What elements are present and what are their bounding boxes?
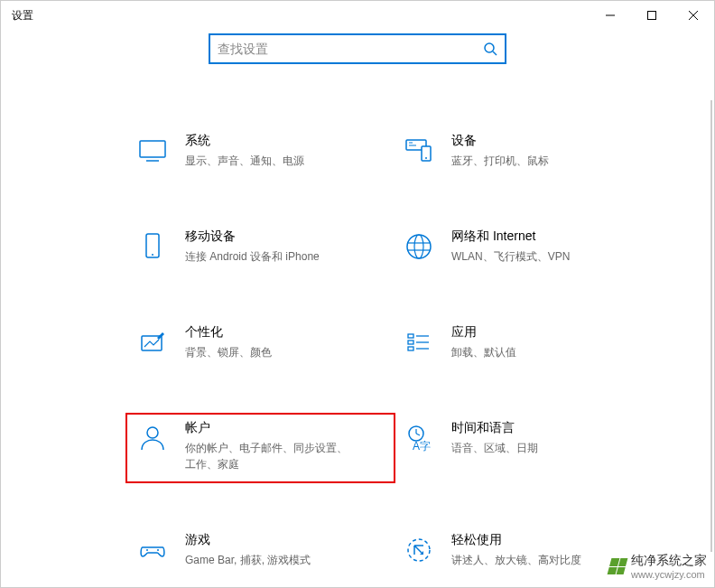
category-title: 轻松使用 <box>451 532 581 548</box>
time-language-icon: A字 <box>403 422 435 454</box>
category-title: 游戏 <box>185 532 311 548</box>
category-title: 时间和语言 <box>451 420 538 436</box>
watermark-logo-icon <box>608 558 628 574</box>
search-input[interactable] <box>218 42 483 56</box>
minimize-button[interactable] <box>590 1 631 30</box>
category-system[interactable]: 系统 显示、声音、通知、电源 <box>127 127 394 178</box>
category-title: 帐户 <box>185 420 348 436</box>
titlebar: 设置 <box>1 1 714 30</box>
window-title: 设置 <box>12 8 590 23</box>
svg-rect-22 <box>408 347 413 350</box>
watermark-text: 纯净系统之家 <box>631 553 707 569</box>
category-subtitle: 讲述人、放大镜、高对比度 <box>451 552 581 568</box>
close-button[interactable] <box>673 1 714 30</box>
svg-point-26 <box>147 427 158 438</box>
svg-point-31 <box>146 549 148 551</box>
category-subtitle: WLAN、飞行模式、VPN <box>451 248 570 265</box>
category-title: 个性化 <box>185 324 272 341</box>
category-accounts[interactable]: 帐户 你的帐户、电子邮件、同步设置、工作、家庭 <box>127 415 394 481</box>
category-phone[interactable]: 移动设备 连接 Android 设备和 iPhone <box>127 223 394 274</box>
search-icon <box>483 42 497 56</box>
gamepad-icon <box>136 534 169 566</box>
category-time-language[interactable]: A字 时间和语言 语音、区域、日期 <box>394 415 660 481</box>
settings-grid: 系统 显示、声音、通知、电源 设备 蓝牙、打印机、鼠标 移动设备 连接 Andr… <box>1 91 714 577</box>
category-network[interactable]: 网络和 Internet WLAN、飞行模式、VPN <box>394 223 660 274</box>
category-subtitle: 背景、锁屏、颜色 <box>185 344 272 360</box>
watermark-url: www.ycwjzy.com <box>631 569 707 580</box>
svg-point-15 <box>407 235 431 258</box>
person-icon <box>136 422 169 454</box>
category-subtitle: Game Bar, 捕获, 游戏模式 <box>185 552 311 568</box>
search-box[interactable] <box>209 33 506 64</box>
svg-point-10 <box>425 157 427 159</box>
svg-point-32 <box>157 549 159 551</box>
category-title: 网络和 Internet <box>451 229 570 245</box>
category-subtitle: 蓝牙、打印机、鼠标 <box>451 153 549 169</box>
svg-point-16 <box>414 235 423 258</box>
globe-icon <box>403 230 435 263</box>
search-row <box>1 33 714 64</box>
category-personalization[interactable]: 个性化 背景、锁屏、颜色 <box>127 319 394 369</box>
devices-icon <box>403 135 435 167</box>
ease-of-access-icon <box>403 534 435 566</box>
svg-line-29 <box>416 434 420 435</box>
category-title: 设备 <box>451 133 549 149</box>
scrollbar[interactable] <box>710 100 712 552</box>
svg-rect-20 <box>408 334 413 338</box>
category-subtitle: 你的帐户、电子邮件、同步设置、工作、家庭 <box>185 440 348 472</box>
category-subtitle: 卸载、默认值 <box>451 344 516 360</box>
maximize-button[interactable] <box>631 1 673 30</box>
category-subtitle: 显示、声音、通知、电源 <box>185 153 304 169</box>
category-title: 系统 <box>185 133 304 149</box>
category-apps[interactable]: 应用 卸载、默认值 <box>394 319 660 369</box>
svg-rect-6 <box>140 141 165 157</box>
svg-rect-1 <box>648 12 656 20</box>
category-subtitle: 连接 Android 设备和 iPhone <box>185 248 320 265</box>
category-devices[interactable]: 设备 蓝牙、打印机、鼠标 <box>394 127 660 178</box>
category-subtitle: 语音、区域、日期 <box>451 440 538 456</box>
paint-icon <box>136 326 169 359</box>
watermark: 纯净系统之家 www.ycwjzy.com <box>609 553 707 580</box>
svg-text:A字: A字 <box>413 440 431 453</box>
svg-rect-21 <box>408 341 413 344</box>
svg-line-5 <box>493 51 497 55</box>
phone-icon <box>136 230 169 263</box>
svg-point-4 <box>485 43 494 52</box>
display-icon <box>136 135 169 167</box>
category-gaming[interactable]: 游戏 Game Bar, 捕获, 游戏模式 <box>127 527 394 577</box>
category-title: 应用 <box>451 324 516 341</box>
category-title: 移动设备 <box>185 229 320 245</box>
apps-icon <box>403 326 435 359</box>
svg-point-14 <box>152 254 153 256</box>
